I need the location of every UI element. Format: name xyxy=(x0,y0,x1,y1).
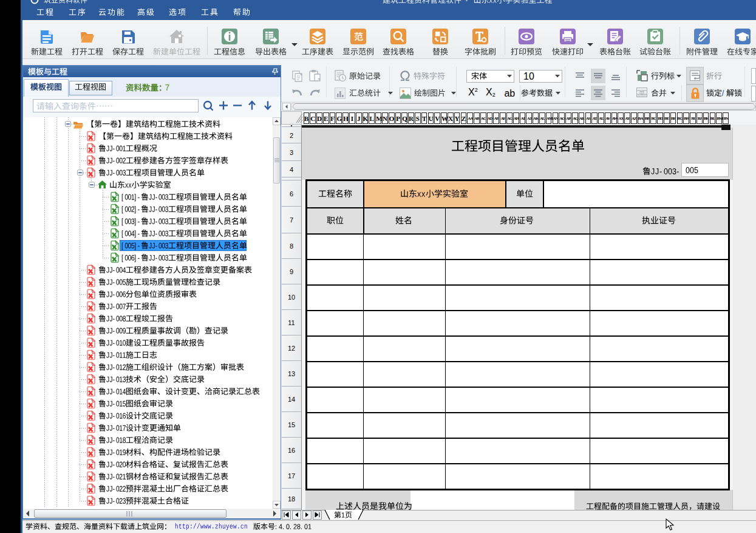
svg-text:T: T xyxy=(641,91,644,96)
